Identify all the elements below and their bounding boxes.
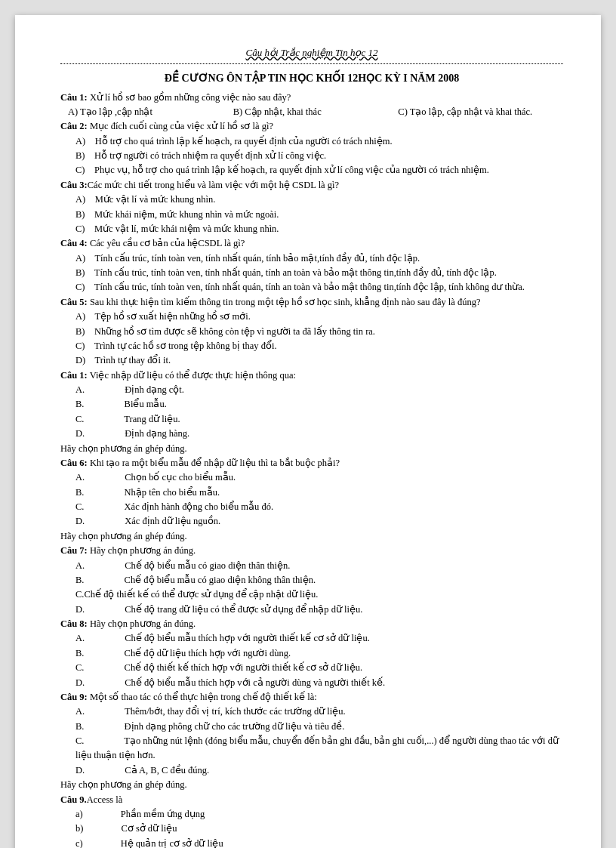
q1b2c: C. Trang dữ liệu. xyxy=(75,412,563,427)
page: Câu hỏi Trắc nghiệm Tin học 12 ĐỀ CƯƠNG … xyxy=(15,15,601,848)
q7a: A. Chế độ biểu mẫu có giao diện thân thi… xyxy=(75,559,563,573)
q6a: A. Chọn bố cục cho biểu mẫu. xyxy=(75,470,563,485)
q1a: A) Tạo lập ,cập nhật xyxy=(68,105,233,119)
select3: Hãy chọn phương án ghép đúng. xyxy=(60,778,563,792)
q9a: A. Thêm/bớt, thay đổi vị trí, kích thước… xyxy=(75,705,563,719)
q9d: D. Cả A, B, C đều đúng. xyxy=(75,763,563,778)
content: Câu 1: Xử lí hồ sơ bao gồm những công vi… xyxy=(60,91,563,849)
q9acc-c: c) Hệ quản trị cơ sở dữ liệu xyxy=(75,837,563,848)
q8a: A. Chế độ biểu mẫu thích hợp với người t… xyxy=(75,631,563,646)
q3a: A) Mức vật lí và mức khung nhìn. xyxy=(75,193,563,207)
q9b: B. Định dạng phông chữ cho các trường dữ… xyxy=(75,720,563,734)
q1c: C) Tạo lập, cập nhật và khai thác. xyxy=(398,105,563,119)
q9: Câu 9: Một số thao tác có thể thực hiện … xyxy=(60,690,563,705)
q1b2: Câu 1: Việc nhập dữ liệu có thể được thự… xyxy=(60,368,563,383)
select1: Hãy chọn phương án ghép đúng. xyxy=(60,442,563,456)
q2c: C) Phục vụ, hỗ trợ cho quá trình lập kế … xyxy=(75,163,563,177)
q9acc-a: a) Phần mềm ứng dụng xyxy=(75,807,563,822)
q1b: B) Cập nhật, khai thác xyxy=(233,105,399,119)
q5a: A) Tệp hồ sơ xuất hiện những hồ sơ mới. xyxy=(75,310,563,324)
q8b: B. Chế độ dữ liệu thích hợp với người dù… xyxy=(75,646,563,661)
q3b: B) Mức khái niệm, mức khung nhìn và mức … xyxy=(75,208,563,222)
q8d: D. Chế độ biểu mẫu thích hợp với cả ngườ… xyxy=(75,676,563,690)
q7c: C.Chế độ thiết kế có thể được sử dụng để… xyxy=(75,587,563,602)
q9acc-b: b) Cơ sở dữ liệu xyxy=(75,822,563,836)
q9access: Câu 9.Access là xyxy=(60,793,563,807)
q2: Câu 2: Mục đích cuối cùng của việc xử lí… xyxy=(60,119,563,134)
main-title: ĐỀ CƯƠNG ÔN TẬP TIN HỌC KHỐI 12HỌC KỲ I … xyxy=(60,70,563,86)
q4b: B) Tính cấu trúc, tính toàn ven, tính nh… xyxy=(75,266,563,280)
q9c: C. Tạo những nút lệnh (đóng biểu mẫu, ch… xyxy=(75,734,563,763)
q1: Câu 1: Xử lí hồ sơ bao gồm những công vi… xyxy=(60,91,563,105)
q1b2a: A. Định dạng cột. xyxy=(75,383,563,397)
q6b: B. Nhập tên cho biểu mẫu. xyxy=(75,486,563,500)
q3: Câu 3:Các mức chi tiết trong hiểu và làm… xyxy=(60,178,563,193)
q7d: D. Chế độ trang dữ liệu có thể được sử d… xyxy=(75,603,563,617)
header-title: Câu hỏi Trắc nghiệm Tin học 12 xyxy=(60,45,563,64)
q3c: C) Mức vật lí, mức khái niệm và mức khun… xyxy=(75,222,563,236)
q6: Câu 6: Khi tạo ra một biểu mẫu để nhập d… xyxy=(60,456,563,470)
q5: Câu 5: Sau khi thực hiện tìm kiếm thông … xyxy=(60,295,563,310)
q4a: A) Tính cấu trúc, tính toàn ven, tính nh… xyxy=(75,251,563,266)
q7b: B. Chế độ biểu mẫu có giao diện không th… xyxy=(75,573,563,587)
q5c: C) Trình tự các hồ sơ trong tệp không bị… xyxy=(75,339,563,353)
q4: Câu 4: Các yêu cầu cơ bản của hệCSDL là … xyxy=(60,236,563,251)
q4c: C) Tính cấu trúc, tính toàn ven, tính nh… xyxy=(75,280,563,294)
q5b: B) Những hồ sơ tìm được sẽ không còn tệp… xyxy=(75,325,563,339)
q8c: C. Chế độ thiết kế thích hợp với người t… xyxy=(75,661,563,675)
select2: Hãy chọn phương án ghép đúng. xyxy=(60,529,563,544)
q2a: A) Hỗ trợ cho quá trình lập kế hoạch, ra… xyxy=(75,134,563,149)
q2b: B) Hỗ trợ người có trách nhiệm ra quyết … xyxy=(75,149,563,163)
q7: Câu 7: Hãy chọn phương án đúng. xyxy=(60,544,563,558)
q6c: C. Xác định hành động cho biểu mẫu đó. xyxy=(75,500,563,514)
q1b2b: B. Biểu mẫu. xyxy=(75,397,563,412)
q5d: D) Trình tự thay đổi it. xyxy=(75,353,563,368)
q8: Câu 8: Hãy chọn phương án đúng. xyxy=(60,617,563,631)
q1b2d: D. Định dạng hàng. xyxy=(75,427,563,441)
q6d: D. Xác định dữ liệu nguồn. xyxy=(75,514,563,529)
